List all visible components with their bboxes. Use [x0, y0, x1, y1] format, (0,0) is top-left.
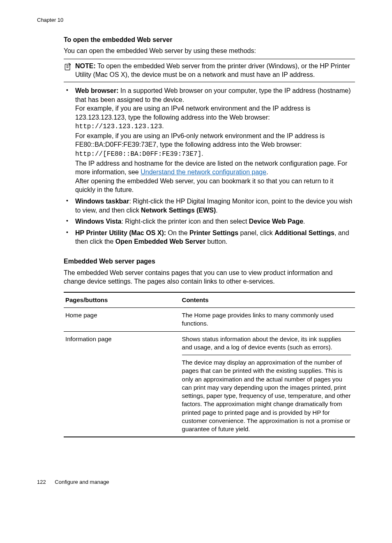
bullet1-line4: The IP address and hostname for the devi… — [75, 159, 355, 177]
bullet3-lead: Windows Vista — [75, 218, 121, 225]
bullet-windows-vista: Windows Vista: Right-click the printer i… — [64, 217, 355, 226]
note-box: NOTE: To open the embedded Web server fr… — [64, 59, 355, 82]
bullet3-bold1: Device Web Page — [249, 218, 303, 225]
bullet4-lead: HP Printer Utility (Mac OS X): — [75, 229, 166, 236]
ipv4-url-code: http://123.123.123.123 — [75, 123, 162, 130]
svg-rect-0 — [65, 64, 70, 70]
note-text: NOTE: To open the embedded Web server fr… — [75, 62, 355, 79]
bullet1-line5: After opening the embedded Web server, y… — [75, 177, 355, 194]
bullet1-line3: For example, if you are using an IPv6-on… — [75, 132, 355, 159]
bullet-windows-taskbar: Windows taskbar: Right-click the HP Digi… — [64, 197, 355, 215]
page-footer: 122 Configure and manage — [37, 478, 367, 486]
bullet4-bold2: Additional Settings — [274, 229, 334, 236]
th-contents: Contents — [180, 292, 355, 308]
cell-home-page: Home page — [64, 308, 180, 332]
understand-network-config-link[interactable]: Understand the network configuration pag… — [141, 169, 266, 176]
cell-home-page-desc: The Home page provides links to many com… — [180, 308, 355, 332]
bullet2-lead: Windows taskbar — [75, 198, 129, 205]
ipv6-url-code: http://[FE80::BA:D0FF:FE39:73E7] — [75, 150, 201, 158]
note-label: NOTE: — [75, 62, 96, 69]
th-pages-buttons: Pages/buttons — [64, 292, 180, 308]
page-number: 122 — [37, 478, 46, 486]
table-row: Home page The Home page provides links t… — [64, 308, 355, 332]
section2-intro: The embedded Web server contains pages t… — [64, 268, 355, 286]
note-icon — [64, 62, 73, 73]
bullet1-lead: Web browser: — [75, 87, 119, 94]
bullet-hp-printer-utility: HP Printer Utility (Mac OS X): On the Pr… — [64, 229, 355, 246]
bullet-web-browser: Web browser: In a supported Web browser … — [64, 86, 355, 194]
section2-heading: Embedded Web server pages — [64, 257, 355, 266]
table-row: Information page Shows status informatio… — [64, 331, 355, 437]
page-content: To open the embedded Web server You can … — [64, 35, 355, 438]
ews-pages-table: Pages/buttons Contents Home page The Hom… — [64, 292, 355, 438]
chapter-label: Chapter 10 — [37, 16, 367, 24]
cell-information-page: Information page — [64, 331, 180, 437]
footer-title: Configure and manage — [55, 479, 109, 485]
section1-intro: You can open the embedded Web server by … — [64, 46, 355, 55]
bullet-list: Web browser: In a supported Web browser … — [64, 86, 355, 246]
cell-information-page-desc: Shows status information about the devic… — [180, 331, 355, 437]
bullet2-bold1: Network Settings (EWS) — [141, 207, 216, 214]
bullet1-line2: For example, if you are using an IPv4 ne… — [75, 104, 355, 132]
section1-heading: To open the embedded Web server — [64, 35, 355, 44]
bullet4-bold3: Open Embedded Web Server — [115, 238, 205, 245]
note-body: To open the embedded Web server from the… — [75, 62, 350, 79]
bullet4-bold1: Printer Settings — [189, 229, 238, 236]
